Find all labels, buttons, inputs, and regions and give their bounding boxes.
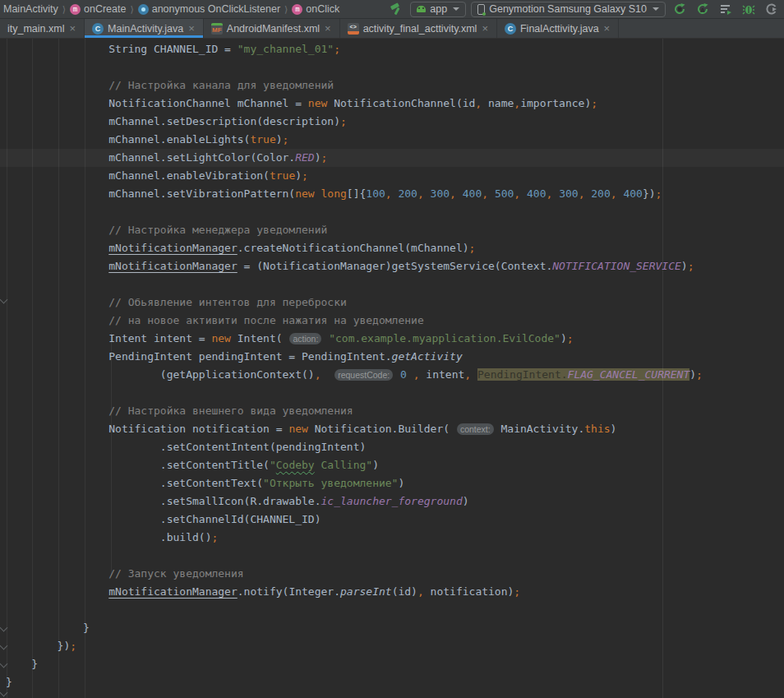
code-token: // Настройка канала для уведомлений	[6, 79, 334, 91]
tab-label: FinalActtivity.java	[520, 23, 599, 35]
apply-code-changes-icon: A	[696, 2, 709, 16]
code-token: (id)	[392, 585, 417, 598]
code-token: // Настройка менеджера уведомлений	[6, 224, 327, 236]
code-token: )	[295, 169, 302, 182]
code-line-caret[interactable]: mChannel.setLightColor(Color.RED);	[0, 149, 784, 167]
code-token: parseInt	[340, 585, 392, 598]
code-line[interactable]: .build();	[0, 529, 784, 547]
code-line[interactable]: mChannel.setVibrationPattern(new long[]{…	[0, 185, 784, 203]
code-line[interactable]: mChannel.enableLights(true);	[0, 131, 784, 149]
breadcrumb-item[interactable]: anonymous OnClickListener	[136, 3, 282, 15]
code-line[interactable]: mChannel.enableVibration(true);	[0, 167, 784, 185]
close-icon[interactable]: ×	[187, 23, 196, 34]
code-token: ,	[417, 187, 424, 200]
code-line[interactable]: // Настройка внешнего вида уведомления	[0, 402, 784, 420]
debug-icon	[742, 2, 755, 16]
code-token: mChannel.enableVibration(	[6, 169, 270, 182]
code-line[interactable]: mNotificationManager = (NotificationMana…	[0, 257, 784, 275]
code-line[interactable]: String CHANNEL_ID = "my_channel_01";	[0, 40, 784, 58]
code-token: 100	[366, 187, 385, 200]
code-token: ,	[417, 585, 424, 598]
java-class-icon: C	[505, 23, 516, 35]
code-line[interactable]	[0, 58, 784, 76]
make-project-button[interactable]	[387, 1, 405, 17]
code-token: .setChannelId(CHANNEL_ID)	[6, 513, 321, 525]
close-icon[interactable]: ×	[603, 23, 611, 34]
code-token	[322, 332, 329, 344]
chevron-down-icon	[453, 7, 459, 11]
code-token: )	[372, 459, 379, 471]
tab-label: MainActivity.java	[108, 23, 183, 35]
code-line[interactable]: mNotificationManager.createNotificationC…	[0, 239, 784, 257]
code-line[interactable]: }	[0, 673, 784, 691]
parameter-hint: requestCode:	[334, 369, 393, 381]
code-line[interactable]: .setContentTitle("Codeby Calling")	[0, 456, 784, 474]
code-line[interactable]: .setSmallIcon(R.drawable.ic_launcher_for…	[0, 492, 784, 511]
code-line[interactable]: .setContentText("Открыть уведомление")	[0, 474, 784, 492]
code-line[interactable]	[0, 601, 784, 619]
code-line[interactable]: (getApplicationContext(), requestCode: 0…	[0, 366, 784, 384]
profile-disabled-icon	[765, 2, 778, 16]
profile-disabled-button[interactable]	[763, 1, 781, 17]
code-token: importance)	[520, 97, 591, 109]
close-icon[interactable]: ×	[68, 23, 76, 34]
code-line[interactable]	[0, 203, 784, 221]
apply-code-changes-button[interactable]: A	[694, 1, 712, 17]
code-token	[6, 242, 108, 254]
code-line[interactable]: Intent intent = new Intent( action: "com…	[0, 330, 784, 348]
code-token: ic_launcher_foreground	[321, 495, 463, 507]
editor-tab[interactable]: CMainActivity.java×	[85, 19, 204, 38]
code-line[interactable]	[0, 547, 784, 565]
code-line[interactable]: // Обьявление интентов для переброски	[0, 294, 784, 312]
code-token: ;	[469, 242, 476, 254]
code-line[interactable]: mNotificationManager.notify(Integer.pars…	[0, 583, 784, 601]
debug-button[interactable]	[740, 1, 758, 17]
tab-label: activity_final_acttivity.xml	[363, 23, 477, 35]
device-select[interactable]: Genymotion Samsung Galaxy S10	[471, 2, 666, 17]
close-icon[interactable]: ×	[324, 23, 332, 34]
code-area[interactable]: String CHANNEL_ID = "my_channel_01"; // …	[0, 39, 784, 691]
code-token: = (NotificationManager)getSystemService(…	[238, 260, 553, 272]
code-token: []{	[347, 187, 366, 200]
code-line[interactable]: // Настройка канала для уведомлений	[0, 76, 784, 95]
breadcrumb-label: onClick	[306, 3, 339, 15]
code-line[interactable]: .setContentIntent(pendingIntent)	[0, 438, 784, 456]
breadcrumb-item[interactable]: monClick	[290, 3, 341, 15]
code-token: ;	[70, 640, 76, 652]
code-token: ,	[315, 368, 321, 381]
close-icon[interactable]: ×	[481, 23, 489, 34]
run-configuration-select[interactable]: app	[410, 2, 466, 17]
breadcrumb-separator: ⟩	[284, 4, 288, 15]
code-line[interactable]: }	[0, 619, 784, 637]
editor-tab[interactable]: <>activity_final_acttivity.xml×	[340, 19, 497, 38]
apply-changes-restart-button[interactable]	[671, 1, 689, 17]
editor-tab[interactable]: MFAndroidManifest.xml×	[204, 19, 340, 38]
code-line[interactable]: });	[0, 637, 784, 655]
code-line[interactable]	[0, 275, 784, 294]
code-line[interactable]: // Запуск уведомления	[0, 565, 784, 583]
code-token: new	[295, 187, 314, 200]
code-token	[520, 187, 527, 200]
code-token: )	[560, 332, 567, 344]
code-token: 400	[527, 187, 546, 200]
code-token: (getApplicationContext()	[6, 368, 315, 381]
code-token: "com.example.myapplication.EvilCode"	[329, 332, 560, 344]
profiler-button[interactable]	[717, 1, 735, 17]
code-line[interactable]	[0, 384, 784, 402]
editor-tab[interactable]: CFinalActtivity.java×	[497, 19, 619, 38]
code-line[interactable]: // на новое активити после нажатия на ув…	[0, 312, 784, 330]
code-line[interactable]: .setChannelId(CHANNEL_ID)	[0, 511, 784, 529]
code-line[interactable]: // Настройка менеджера уведомлений	[0, 221, 784, 239]
code-line[interactable]: PendingIntent pendingIntent = PendingInt…	[0, 348, 784, 366]
code-token: mChannel.setDescription(description)	[6, 115, 340, 127]
code-editor[interactable]: String CHANNEL_ID = "my_channel_01"; // …	[0, 39, 784, 698]
code-line[interactable]: }	[0, 655, 784, 673]
breadcrumb-item[interactable]: monCreate	[68, 3, 127, 15]
code-line[interactable]: mChannel.setDescription(description);	[0, 113, 784, 131]
code-line[interactable]: NotificationChannel mChannel = new Notif…	[0, 95, 784, 113]
code-line[interactable]: Notification notification = new Notifica…	[0, 420, 784, 438]
breadcrumb-item[interactable]: MainActivity	[2, 3, 60, 15]
code-token: "	[270, 459, 276, 471]
breadcrumb-label: MainActivity	[3, 3, 58, 15]
editor-tab[interactable]: ity_main.xml×	[0, 19, 85, 38]
